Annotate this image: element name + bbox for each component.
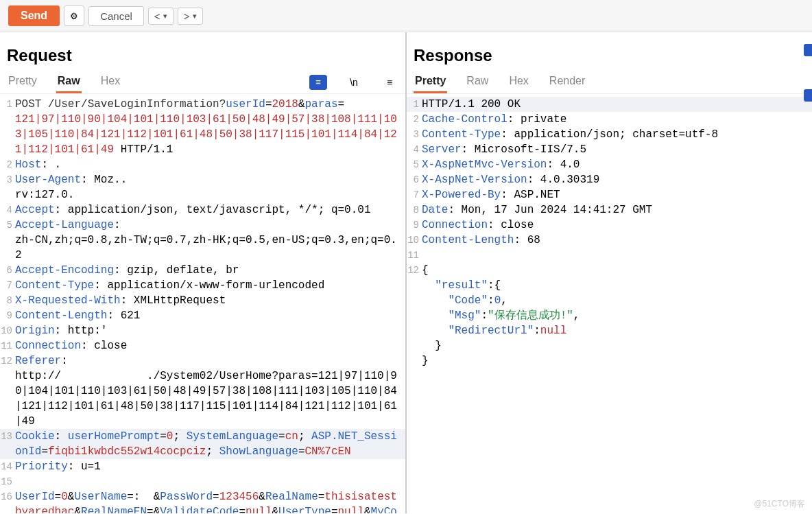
tab-pretty[interactable]: Pretty [7, 71, 38, 93]
watermark: @51CTO博客 [754, 498, 805, 510]
tab-resp-hex[interactable]: Hex [508, 71, 529, 93]
tab-resp-raw[interactable]: Raw [465, 71, 490, 93]
side-badge2-icon[interactable] [804, 89, 812, 102]
settings-button[interactable]: ⚙ [64, 5, 84, 26]
newline-toggle[interactable]: \n [345, 73, 363, 91]
menu-button[interactable]: ≡ [381, 73, 398, 91]
hamburger-icon: ≡ [387, 77, 392, 88]
next-button[interactable]: > ▾ [178, 8, 203, 25]
request-title: Request [0, 32, 405, 71]
wrap-toggle[interactable]: ≡ [309, 73, 327, 91]
request-code[interactable]: 1POST /User/SaveLoginInformation?userId=… [0, 94, 405, 513]
tab-hex[interactable]: Hex [99, 71, 121, 93]
response-tabs: Pretty Raw Hex Render [407, 71, 812, 94]
response-title: Response [407, 32, 812, 71]
send-button[interactable]: Send [8, 5, 60, 26]
tab-resp-render[interactable]: Render [548, 71, 586, 93]
tab-raw[interactable]: Raw [56, 71, 82, 93]
wrap-icon: ≡ [309, 75, 327, 90]
tab-resp-pretty[interactable]: Pretty [414, 71, 447, 93]
response-panel: Response Pretty Raw Hex Render 1HTTP/1.1… [407, 32, 812, 513]
gear-icon: ⚙ [70, 11, 78, 21]
request-tabs: Pretty Raw Hex ≡ \n ≡ [0, 71, 405, 94]
response-code[interactable]: 1HTTP/1.1 200 OK 2Cache-Control: private… [407, 94, 812, 513]
side-badge-icon[interactable] [804, 44, 812, 56]
cancel-button[interactable]: Cancel [88, 6, 144, 26]
prev-button[interactable]: < ▾ [148, 8, 174, 25]
request-panel: Request Pretty Raw Hex ≡ \n ≡ 1POST /Use… [0, 32, 407, 513]
toolbar: Send ⚙ Cancel < ▾ > ▾ [0, 0, 812, 32]
